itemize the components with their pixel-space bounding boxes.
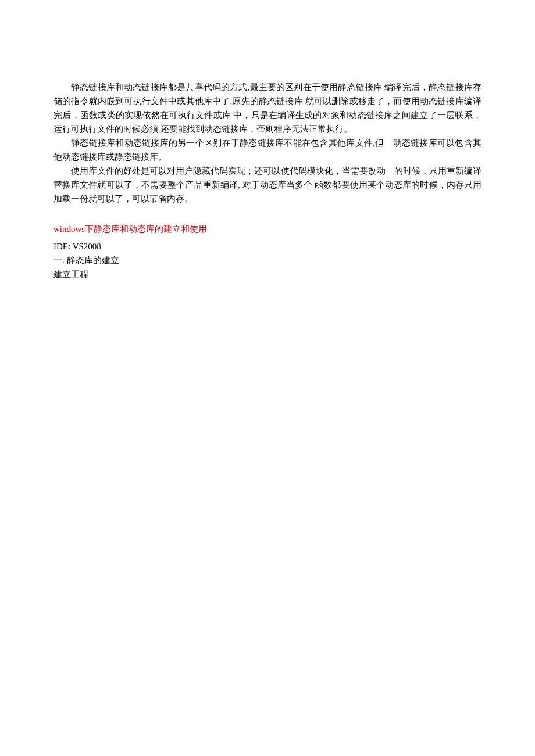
paragraph-3: 使用库文件的好处是可以对用户隐藏代码实现；还可以使代码模块化，当需要改动 的时候… (54, 164, 482, 206)
paragraph-2: 静态链接库和动态链接库的另一个区别在于静态链接库不能在包含其他库文件,但 动态链… (54, 136, 482, 164)
section-heading: windows下静态库和动态库的建立和使用 (54, 222, 482, 236)
paragraph-1: 静态链接库和动态链接库都是共享代码的方式,最主要的区别在于使用静态链接库 编译完… (54, 80, 482, 136)
line-ide: IDE: VS2008 (54, 239, 482, 253)
line-project: 建立工程 (54, 267, 482, 281)
line-section-1: 一. 静态库的建立 (54, 253, 482, 267)
